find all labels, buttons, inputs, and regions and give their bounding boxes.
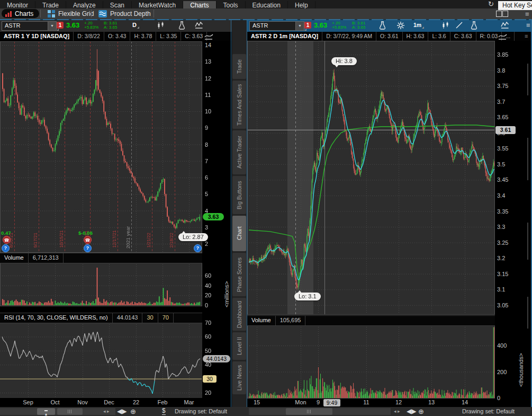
pan-icon[interactable]: ◀▶ [117, 408, 127, 415]
chart-settings-icon[interactable] [204, 33, 213, 40]
right-timeframe-button[interactable]: 1m [413, 22, 421, 28]
refresh-icon[interactable]: ↻ [488, 0, 494, 8]
chart-style-icon[interactable] [501, 21, 509, 29]
tab-flexible-grid-label: Flexible Grid [58, 10, 94, 17]
tab-product-depth[interactable]: Product Depth [98, 9, 151, 18]
ohlc-cell: H: 3.63 [403, 32, 429, 41]
left-alert-badge[interactable]: 1 [57, 22, 64, 29]
gadget-tab-big-buttons[interactable]: Big Buttons [232, 176, 246, 214]
gadget-tab-chart[interactable]: Chart [232, 216, 246, 251]
time-axis-label: Mar [184, 399, 194, 405]
pan-icon[interactable]: ◀▶ [407, 408, 416, 415]
chart-type-candle-icon[interactable] [441, 21, 450, 30]
gadget-tab-active-trader[interactable]: Active Trader [232, 130, 246, 174]
scroll-arrows-icon[interactable]: ◂ ▸ [394, 409, 400, 414]
scrollbar-thumb[interactable] [57, 408, 83, 415]
gadget-tab-strip: TradeTimes And SalesActive TraderBig But… [232, 20, 247, 416]
event-value-label: $-0.06 [78, 230, 93, 236]
price-axis-label: 6 [205, 174, 208, 181]
left-symbol-input[interactable]: ASTR ▼ [2, 21, 57, 31]
low-marker-tooltip: Lo: 3.1 [294, 293, 321, 300]
crosshair-icon[interactable]: ⊕ [418, 408, 424, 415]
time-axis-label: 13 [428, 399, 435, 405]
workspace-toolbar: Charts Flexible Grid Product Depth ≡ [0, 8, 532, 19]
studies-flask-icon[interactable] [378, 21, 386, 30]
gadget-tab-phase-scores[interactable]: Phase Scores [232, 253, 246, 296]
time-axis-label: 9 [317, 399, 320, 405]
gadget-tab-dashboard[interactable]: Dashboard [232, 298, 246, 331]
studies-flask-icon[interactable] [178, 21, 186, 30]
volume-axis-label: 400 [497, 342, 507, 349]
left-rsi-header: RSI (14, 70, 30, CLOSE, WILDERS, no) 44.… [0, 313, 202, 323]
gadget-tab-trade[interactable]: Trade [232, 54, 246, 79]
time-axis-label: Feb [158, 399, 168, 405]
gadget-tab-live-news[interactable]: Live News [232, 361, 246, 394]
left-volume-header: Volume 6,712,313 [0, 253, 202, 263]
expiration-date-label: 1/21/22 [146, 216, 152, 248]
gadget-tab-level-ii[interactable]: Level II [232, 332, 246, 360]
price-axis-label: 9 [205, 125, 208, 131]
chevron-down-icon[interactable]: ▼ [48, 22, 56, 30]
event-info-icon[interactable]: ? [2, 244, 10, 252]
right-last-price: 3.63 [314, 21, 327, 29]
toolbar-menu-icon[interactable]: ≡ [525, 10, 529, 18]
price-axis-label: 4 [205, 208, 208, 214]
scroll-arrows-icon[interactable]: ◂ ▸ [103, 409, 110, 414]
ohlc-cell: D: 3/7/22, 9:49 AM [322, 32, 376, 41]
price-axis-label: 3.4 [497, 192, 505, 199]
left-volume-chart[interactable] [0, 262, 202, 306]
chart-style-icon[interactable] [195, 21, 203, 29]
panel-splitter[interactable] [247, 20, 247, 416]
settings-gear-icon[interactable] [396, 21, 405, 30]
price-axis-label: 8 [205, 141, 208, 148]
drawing-line-icon[interactable] [455, 21, 463, 29]
price-axis-label: 3.1 [497, 286, 505, 293]
right-volume-header: Volume 105,695 [247, 315, 495, 326]
event-info-icon[interactable]: ? [84, 244, 92, 252]
rsi-axis-label: 60 [205, 333, 211, 340]
price-axis-label: 10 [205, 108, 211, 114]
bottom-toolbar: ▲ ◂ ▸ ◀▶ ⊕ $ Drawing set: Default ◂ ▸ ◀▶… [0, 407, 532, 416]
price-axis-label: 11 [205, 92, 211, 98]
chevron-down-icon[interactable]: ▼ [295, 22, 304, 30]
tab-charts[interactable]: Charts [2, 9, 39, 18]
volume-axis-label: 40 [205, 282, 211, 289]
left-drawing-set-status[interactable]: Drawing set: Default [175, 408, 227, 414]
earnings-call-icon[interactable]: ☎ [3, 236, 11, 244]
chart-type-candle-icon[interactable] [157, 21, 165, 30]
collapsed-sidebar-mark [527, 138, 528, 180]
panel-splitter[interactable] [231, 20, 231, 416]
left-rsi-chart[interactable] [0, 322, 202, 398]
red-bars-icon [5, 11, 12, 17]
menu-bar: MonitorTradeAnalyzeScanMarketWatchCharts… [0, 0, 532, 8]
event-info-icon[interactable]: ? [194, 244, 202, 252]
patterns-flask-icon[interactable] [470, 21, 478, 30]
earnings-call-icon[interactable]: ☎ [84, 236, 92, 244]
right-symbol-input[interactable]: ASTR ▼ [249, 21, 304, 31]
dollar-scale-icon[interactable]: $ [162, 408, 166, 415]
left-timeframe-button[interactable]: D [132, 22, 137, 28]
time-axis-label: Dec [104, 399, 114, 405]
time-axis-label: 15 [254, 399, 260, 405]
scroll-page-button[interactable]: ▲ [37, 408, 55, 415]
crosshair-icon[interactable]: ⊕ [130, 408, 136, 415]
scrollbar-thumb[interactable] [286, 408, 332, 415]
left-price-badge: 3.63 [203, 213, 224, 220]
right-sidebar-menu-icon[interactable]: ≡ [525, 33, 528, 39]
right-drawing-set-status[interactable]: Drawing set: Default [462, 408, 515, 414]
ohlc-cell: D: 3/8/22 [74, 32, 104, 41]
layout-grid-icon[interactable] [496, 11, 509, 17]
gadget-tab-times-and-sales[interactable]: Times And Sales [232, 81, 246, 129]
right-chart-header: ASTR ▼ 1 3.63 +.20+5.83% B: 3.61A: 3.65 … [247, 20, 532, 32]
right-alert-badge[interactable]: 1 [304, 22, 311, 29]
right-chart-menu-icon[interactable]: ≡ [526, 21, 530, 29]
left-chart-header: ASTR ▼ 1 3.63 +.20+5.83% B: 3.61A: 3.65 … [0, 20, 247, 32]
tab-flexible-grid[interactable]: Flexible Grid [48, 9, 94, 18]
chart-settings-icon[interactable] [498, 33, 507, 40]
rsi-axis-label: 70 [205, 320, 211, 326]
flexible-grid-icon [48, 10, 55, 17]
right-volume-chart[interactable] [247, 325, 495, 399]
right-price-chart[interactable] [247, 41, 495, 315]
volume-axis-label: 0 [205, 302, 208, 308]
time-badge: 9:49 [323, 399, 340, 406]
